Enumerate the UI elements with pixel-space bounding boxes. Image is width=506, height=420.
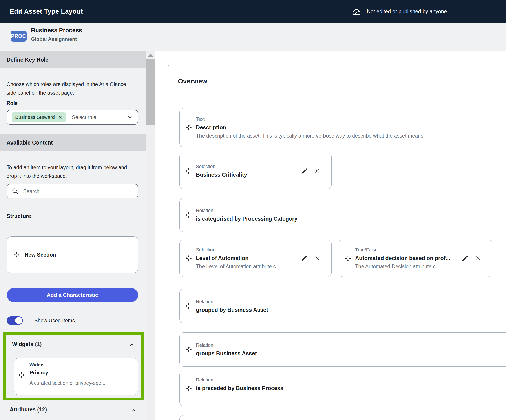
asset-type-name: Business Process [31,27,82,34]
publish-status: Not edited or published by anyone [351,7,447,16]
characteristic-type: Relation [196,299,268,305]
widget-description: A curated section of privacy-spe... [29,380,105,386]
divider [7,281,138,281]
move-arrows-icon[interactable] [185,385,192,392]
characteristic-card-business-criticality[interactable]: Selection Business Criticality [180,153,332,189]
new-section-label: New Section [25,252,56,258]
scrollbar-thumb[interactable] [146,59,155,124]
layout-sidebar: Define Key Role Choose which roles are d… [0,51,155,420]
widgets-heading: Widgets (1) [12,341,42,347]
card-actions [301,255,320,262]
edit-asset-type-layout-screen: Edit Asset Type Layout Not edited or pub… [0,0,506,420]
characteristic-description: The Level of Automation attribute c... [196,264,280,270]
add-characteristic-button[interactable]: Add a Characteristic [7,288,138,302]
search-input[interactable] [23,188,133,195]
chevron-up-icon[interactable] [128,341,135,348]
move-arrows-icon[interactable] [185,124,192,131]
characteristic-title: Level of Automation [196,255,280,261]
move-arrows-icon[interactable] [19,372,24,379]
characteristic-card-automated-decision[interactable]: True/False Automated decision based on p… [339,240,492,277]
characteristic-card-partial[interactable] [180,415,506,420]
define-key-role-description: Choose which roles are displayed in the … [7,80,134,97]
move-arrows-icon[interactable] [14,252,20,258]
chevron-up-icon[interactable] [130,407,137,414]
page-title: Edit Asset Type Layout [10,8,83,15]
card-actions [462,255,481,262]
characteristic-type: Selection [196,247,280,253]
characteristic-type: True/False [355,247,450,253]
show-used-items-toggle[interactable] [7,316,23,325]
characteristic-title: groups Business Asset [196,350,257,357]
x-icon[interactable] [314,255,320,261]
characteristic-description: ... [196,393,283,400]
move-arrows-icon[interactable] [185,303,192,309]
characteristic-card-groups[interactable]: Relation groups Business Asset [180,332,506,366]
widget-privacy-item[interactable]: Widget Privacy A curated section of priv… [14,358,138,395]
role-select-placeholder: Select role [72,115,96,120]
characteristic-title: Automated decision based on prof... [355,255,450,261]
move-arrows-icon[interactable] [185,346,192,353]
attributes-count: (12) [37,406,47,413]
x-icon[interactable] [475,255,481,261]
card-actions [301,168,320,174]
show-used-items-row: Show Used Items [7,316,75,325]
role-label: Role [7,100,18,106]
characteristic-title: is categorised by Processing Category [196,216,297,222]
characteristic-title: Description [196,124,425,131]
chevron-down-icon[interactable] [127,114,133,120]
pencil-icon[interactable] [462,255,468,262]
divider [7,311,138,311]
characteristic-title: grouped by Business Asset [196,307,268,313]
structure-heading: Structure [7,213,31,219]
pencil-icon[interactable] [301,255,308,262]
move-arrows-icon[interactable] [185,212,192,218]
characteristic-card-grouped-by[interactable]: Relation grouped by Business Asset [180,289,506,323]
divider [9,397,138,397]
top-bar: Edit Asset Type Layout Not edited or pub… [0,0,506,23]
cloud-check-icon [351,7,361,16]
available-content-header: Available Content [0,134,146,151]
asset-header: PROC Business Process Global Assignment [0,23,506,51]
characteristic-type: Relation [196,377,283,383]
new-section-item[interactable]: New Section [7,236,138,273]
triangle-up-icon[interactable] [147,54,154,57]
move-arrows-icon[interactable] [345,255,351,262]
widget-type-label: Widget [29,362,45,367]
remove-role-icon[interactable]: ✕ [58,115,62,120]
role-select[interactable]: Business Steward ✕ Select role [7,110,138,124]
x-icon[interactable] [314,168,320,174]
characteristic-card-categorised-by[interactable]: Relation is categorised by Processing Ca… [180,198,506,232]
widgets-count: (1) [35,341,42,347]
available-content-description: To add an item to your layout, drag it f… [7,163,134,180]
characteristic-title: Business Criticality [196,172,247,178]
role-tag-label: Business Steward [15,115,55,120]
characteristic-type: Relation [196,343,257,348]
attributes-heading: Attributes (12) [10,406,47,413]
search-field[interactable] [7,184,138,198]
widget-name: Privacy [29,370,48,376]
divider [7,206,138,206]
asset-type-badge: PROC [11,31,27,41]
define-key-role-header: Define Key Role [0,51,146,68]
characteristic-type: Selection [196,164,247,169]
search-icon [12,188,19,195]
show-used-items-label: Show Used Items [34,318,75,324]
characteristic-card-preceded-by[interactable]: Relation is preceded by Business Process… [180,371,506,406]
characteristic-title: is preceded by Business Process [196,385,283,391]
role-tag[interactable]: Business Steward ✕ [12,112,66,122]
characteristic-description: The Automated Decision attribute c... [355,264,450,270]
characteristic-card-level-of-automation[interactable]: Selection Level of Automation The Level … [180,240,332,277]
widgets-highlight-box: Widgets (1) Widget Privacy A curated sec… [3,332,144,400]
move-arrows-icon[interactable] [185,168,192,174]
move-arrows-icon[interactable] [185,255,192,262]
pencil-icon[interactable] [301,168,308,174]
characteristic-type: Relation [196,208,297,213]
publish-status-text: Not edited or published by anyone [367,8,447,14]
sidebar-scrollbar[interactable] [146,51,155,420]
layout-workspace: Overview Text Description The descriptio… [155,51,506,420]
overview-section-title: Overview [178,77,207,85]
characteristic-description: The description of the asset. This is ty… [196,133,425,139]
characteristic-card-description[interactable]: Text Description The description of the … [180,108,506,147]
toggle-knob [15,317,22,324]
characteristic-type: Text [196,117,425,122]
